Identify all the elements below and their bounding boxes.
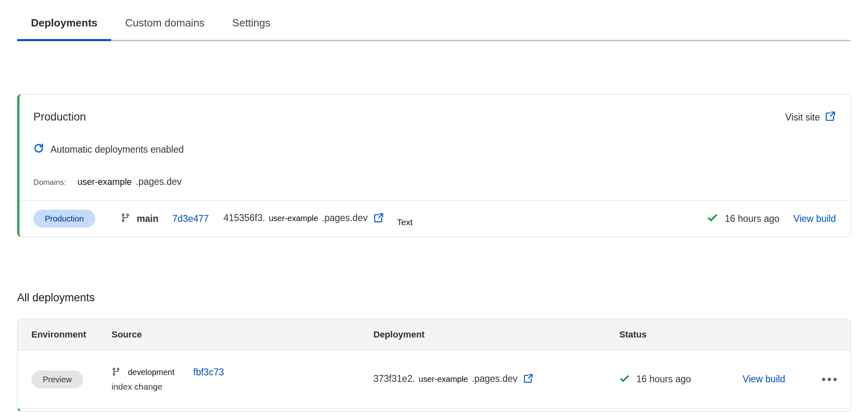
domains-label: Domains: (33, 178, 66, 187)
deployment-time: 16 hours ago (725, 213, 779, 224)
column-source: Source (112, 329, 373, 340)
column-deployment: Deployment (373, 329, 619, 340)
deployment-url-prefix: 373f31e2. (373, 373, 415, 384)
tab-custom-domains[interactable]: Custom domains (111, 15, 218, 41)
environment-badge-preview: Preview (31, 370, 83, 388)
pages-project-page: Deployments Custom domains Settings Prod… (0, 15, 868, 412)
deployment-time: 16 hours ago (636, 374, 691, 385)
source-cell: development fbf3c73 index change (112, 367, 373, 392)
environment-badge-production: Production (33, 210, 95, 228)
more-menu-button[interactable] (822, 374, 837, 385)
auto-deployments-text: Automatic deployments enabled (50, 144, 184, 155)
tab-settings[interactable]: Settings (218, 15, 284, 41)
domain-suffix: .pages.dev (136, 176, 182, 187)
deployment-url-suffix: .pages.dev (472, 373, 518, 384)
deployment-url-name: user-example (419, 375, 468, 384)
deployment-url-name: user-example (269, 214, 318, 223)
domain-name: user-example (77, 177, 132, 187)
production-card-title: Production (33, 111, 86, 123)
check-icon (619, 373, 630, 386)
production-deployment-row: Production main 7d3e477 415356f3. user-e… (20, 201, 850, 237)
external-link-icon (825, 111, 836, 124)
view-build-link[interactable]: View build (793, 213, 836, 224)
git-branch-icon (121, 213, 130, 224)
column-status: Status (619, 329, 743, 340)
refresh-icon (33, 143, 44, 156)
branch-name: development (128, 368, 175, 377)
commit-hash-link[interactable]: 7d3e477 (172, 213, 209, 224)
tab-deployments[interactable]: Deployments (17, 15, 111, 41)
visit-site-label: Visit site (785, 112, 820, 123)
status-cell: 16 hours ago (619, 373, 743, 386)
view-build-link[interactable]: View build (743, 374, 821, 385)
table-header-row: Environment Source Deployment Status (18, 319, 850, 350)
git-branch-icon (112, 367, 121, 378)
external-link-icon[interactable] (523, 373, 533, 385)
deployment-url-suffix: .pages.dev (322, 213, 368, 224)
commit-message: Text (397, 217, 413, 227)
external-link-icon[interactable] (373, 213, 384, 225)
branch-name: main (137, 213, 159, 224)
commit-message: index change (112, 382, 373, 392)
production-card: Production Visit site Automa (17, 94, 851, 237)
tab-bar: Deployments Custom domains Settings (17, 15, 851, 41)
commit-hash-link[interactable]: fbf3c73 (193, 367, 224, 378)
check-icon (707, 212, 718, 225)
deployment-url: 373f31e2. user-example .pages.dev (373, 373, 619, 385)
next-row-peek (18, 408, 850, 412)
deployments-table: Environment Source Deployment Status Pre… (17, 319, 851, 412)
deployment-url-prefix: 415356f3. (224, 213, 265, 224)
deployment-url: 415356f3. user-example .pages.dev (224, 213, 384, 225)
visit-site-link[interactable]: Visit site (785, 111, 836, 124)
column-environment: Environment (31, 329, 112, 340)
all-deployments-title: All deployments (17, 291, 851, 304)
table-row: Preview development fbf3c73 index change… (18, 350, 850, 408)
